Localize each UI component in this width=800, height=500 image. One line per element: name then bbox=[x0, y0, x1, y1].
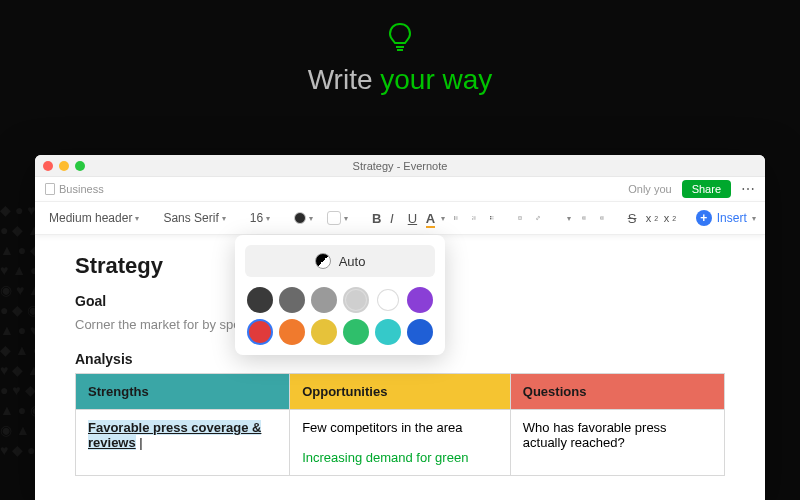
color-swatch-grid bbox=[245, 287, 435, 345]
font-color-swatch-icon bbox=[294, 212, 306, 224]
bullet-list-button[interactable] bbox=[448, 207, 464, 229]
outdent-button[interactable] bbox=[576, 207, 592, 229]
svg-text:3: 3 bbox=[472, 219, 473, 220]
color-swatch-mid-gray[interactable] bbox=[311, 287, 337, 313]
plus-icon: + bbox=[696, 210, 712, 226]
superscript-button[interactable]: x2 bbox=[640, 208, 656, 228]
svg-rect-16 bbox=[490, 218, 491, 219]
table-row: Favorable press coverage & reviews | Few… bbox=[76, 409, 725, 475]
color-auto-button[interactable]: Auto bbox=[245, 245, 435, 277]
color-swatch-yellow[interactable] bbox=[311, 319, 337, 345]
font-label: Sans Serif bbox=[163, 211, 218, 225]
opportunities-header[interactable]: Opportunities bbox=[290, 373, 511, 409]
color-picker-popover: Auto bbox=[235, 235, 445, 355]
app-window: Strategy - Evernote Business Only you Sh… bbox=[35, 155, 765, 500]
chevron-down-icon: ▾ bbox=[266, 214, 270, 223]
color-swatch-white[interactable] bbox=[375, 287, 401, 313]
maximize-window-button[interactable] bbox=[75, 161, 85, 171]
svg-point-2 bbox=[454, 217, 455, 218]
lightbulb-icon bbox=[387, 22, 413, 56]
window-title: Strategy - Evernote bbox=[35, 160, 765, 172]
note-header-bar: Business Only you Share ⋯ bbox=[35, 177, 765, 201]
font-size-label: 16 bbox=[250, 211, 263, 225]
heading-select[interactable]: Medium header ▾ bbox=[43, 207, 145, 229]
subscript-button[interactable]: x2 bbox=[658, 208, 674, 228]
hero-text-1: Write bbox=[308, 64, 381, 95]
insert-label: Insert bbox=[717, 211, 747, 225]
traffic-lights bbox=[43, 161, 85, 171]
hero-text-accent: your way bbox=[380, 64, 492, 95]
color-swatch-dark-gray[interactable] bbox=[247, 287, 273, 313]
strengths-link[interactable]: Favorable press coverage & reviews bbox=[88, 420, 261, 450]
color-swatch-red[interactable] bbox=[247, 319, 273, 345]
formatting-toolbar: Medium header ▾ Sans Serif ▾ 16 ▾ ▾ ▾ B … bbox=[35, 201, 765, 235]
share-button[interactable]: Share bbox=[682, 180, 731, 198]
notebook-name: Business bbox=[59, 183, 104, 195]
code-block-button[interactable] bbox=[512, 207, 528, 229]
insert-button[interactable]: + Insert ▾ bbox=[688, 206, 764, 230]
minimize-window-button[interactable] bbox=[59, 161, 69, 171]
chevron-down-icon: ▾ bbox=[309, 214, 313, 223]
numbered-list-button[interactable]: 123 bbox=[466, 207, 482, 229]
color-swatch-teal[interactable] bbox=[375, 319, 401, 345]
align-button[interactable]: ▾ bbox=[558, 207, 574, 229]
svg-rect-14 bbox=[490, 216, 491, 217]
bold-button[interactable]: B bbox=[366, 207, 382, 230]
heading-label: Medium header bbox=[49, 211, 132, 225]
close-window-button[interactable] bbox=[43, 161, 53, 171]
more-menu-icon[interactable]: ⋯ bbox=[741, 181, 755, 197]
strengths-cell[interactable]: Favorable press coverage & reviews | bbox=[76, 409, 290, 475]
opportunities-cell[interactable]: Few competitors in the area Increasing d… bbox=[290, 409, 511, 475]
opportunities-text-2: Increasing demand for green bbox=[302, 450, 468, 465]
checklist-button[interactable] bbox=[484, 207, 500, 229]
chevron-down-icon: ▾ bbox=[344, 214, 348, 223]
opportunities-text-1: Few competitors in the area bbox=[302, 420, 462, 435]
font-select[interactable]: Sans Serif ▾ bbox=[157, 207, 231, 229]
svg-text:2: 2 bbox=[472, 218, 473, 219]
strikethrough-button[interactable]: S bbox=[622, 207, 638, 230]
chevron-down-icon: ▾ bbox=[567, 214, 571, 223]
color-swatch-orange[interactable] bbox=[279, 319, 305, 345]
auto-color-icon bbox=[315, 253, 331, 269]
chevron-down-icon: ▾ bbox=[752, 214, 756, 223]
notebook-breadcrumb[interactable]: Business bbox=[45, 183, 104, 195]
color-swatch-gray[interactable] bbox=[279, 287, 305, 313]
text-cursor: | bbox=[139, 435, 142, 450]
analysis-table[interactable]: Strengths Opportunities Questions Favora… bbox=[75, 373, 725, 476]
hero-headline: Write your way bbox=[0, 64, 800, 96]
chevron-down-icon: ▾ bbox=[222, 214, 226, 223]
questions-header[interactable]: Questions bbox=[510, 373, 724, 409]
svg-point-6 bbox=[454, 219, 455, 220]
color-swatch-light-gray[interactable] bbox=[343, 287, 369, 313]
highlight-color-button[interactable]: ▾ bbox=[321, 207, 354, 229]
font-size-select[interactable]: 16 ▾ bbox=[244, 207, 276, 229]
auto-label: Auto bbox=[339, 254, 366, 269]
text-color-button[interactable]: A▾ bbox=[420, 207, 436, 230]
questions-text: Who has favorable press actually reached… bbox=[523, 420, 667, 450]
svg-point-4 bbox=[454, 218, 455, 219]
link-button[interactable] bbox=[530, 207, 546, 229]
window-titlebar: Strategy - Evernote bbox=[35, 155, 765, 177]
highlight-swatch-icon bbox=[327, 211, 341, 225]
indent-button[interactable] bbox=[594, 207, 610, 229]
notebook-icon bbox=[45, 183, 55, 195]
color-swatch-purple[interactable] bbox=[407, 287, 433, 313]
hero-section: Write your way bbox=[0, 0, 800, 96]
questions-cell[interactable]: Who has favorable press actually reached… bbox=[510, 409, 724, 475]
visibility-label: Only you bbox=[628, 183, 671, 195]
italic-button[interactable]: I bbox=[384, 207, 400, 230]
color-swatch-green[interactable] bbox=[343, 319, 369, 345]
chevron-down-icon: ▾ bbox=[135, 214, 139, 223]
svg-text:1: 1 bbox=[472, 216, 473, 217]
strengths-header[interactable]: Strengths bbox=[76, 373, 290, 409]
color-swatch-blue[interactable] bbox=[407, 319, 433, 345]
table-header-row: Strengths Opportunities Questions bbox=[76, 373, 725, 409]
chevron-down-icon: ▾ bbox=[441, 214, 445, 223]
font-color-button[interactable]: ▾ bbox=[288, 208, 319, 228]
underline-button[interactable]: U bbox=[402, 207, 418, 230]
